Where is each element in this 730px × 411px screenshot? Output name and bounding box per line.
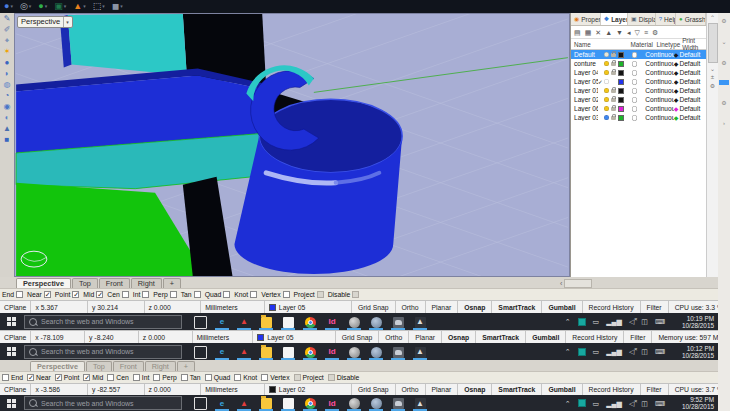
cplane-cell[interactable]: CPlane [0,331,31,343]
checkbox[interactable] [133,374,140,381]
scroll-up-icon[interactable]: ⌃ [710,14,715,21]
viewport-tab[interactable]: + [163,278,181,288]
osnap-toggle[interactable]: Point [55,374,80,381]
units-cell[interactable]: Millimeters [193,331,254,343]
taskbar-search-input[interactable]: Search the web and Windows [24,315,182,329]
gear-icon[interactable]: ⚙ [721,59,726,66]
start-button[interactable] [0,343,22,360]
osnap-toggle[interactable]: Vertex [261,374,289,381]
osnap-toggle[interactable]: Disable [328,374,360,381]
checkbox[interactable] [122,291,129,298]
half-sphere-icon[interactable]: ◗ [5,70,10,78]
checkbox[interactable] [72,291,79,298]
osnap-toggle[interactable]: Quad [205,374,231,381]
panel-scrollbar[interactable]: ⌃ ⌄ ± ⚙ [706,13,718,300]
new-layer-icon[interactable]: ▤ [574,29,581,36]
checkbox[interactable] [142,291,149,298]
polyline-tool-icon[interactable]: ✐ [4,26,11,34]
start-button[interactable] [0,395,22,411]
checkbox[interactable] [27,374,34,381]
layer-material-icon[interactable] [632,79,638,85]
layer-color-swatch[interactable] [618,97,624,103]
osnap-toggle[interactable]: Point [55,291,80,298]
osnap-toggle[interactable]: Int [133,291,150,298]
taskbar-search-input[interactable]: Search the web and Windows [24,396,182,410]
perspective-viewport[interactable]: Perspective ▾ [14,13,570,277]
layer-lock-icon[interactable] [611,71,616,75]
layer-linetype[interactable]: Continuous [645,60,673,67]
checkbox[interactable] [283,291,290,298]
osnap-toggle[interactable]: Cen [107,374,128,381]
osnap-toggle[interactable]: Knot [234,374,257,381]
cplane-cell[interactable]: CPlane [0,301,31,313]
panel-tab[interactable]: ◉ Proper... [571,13,601,25]
cone-icon[interactable]: ▲ [3,125,11,133]
layer-color-swatch[interactable] [618,115,624,121]
current-layer-cell[interactable]: Layer 02 [265,384,352,395]
checkbox[interactable] [83,374,90,381]
checkbox[interactable] [153,374,160,381]
status-toggle[interactable]: Record History [566,331,624,343]
layer-material-icon[interactable] [632,88,638,94]
layer-material-icon[interactable] [632,52,638,58]
taskbar-clock[interactable]: 10:12 PM10/28/2015 [672,345,714,359]
checkbox[interactable] [107,374,114,381]
checkbox[interactable] [181,374,188,381]
settings-icon[interactable]: ⚙ [652,29,658,36]
layer-row[interactable]: Layer 03 Continuous ◆ Default [571,113,706,122]
scroll-down-icon[interactable]: ⌄ [710,65,715,72]
checkbox[interactable] [352,291,359,298]
start-button[interactable] [0,313,22,330]
scroll-right-icon[interactable]: › [723,120,725,126]
layer-row[interactable]: Default Continuous ◆ Default [571,50,706,59]
sphere-tool-icon[interactable]: ● ▾ [4,2,13,11]
layer-color-swatch[interactable] [618,79,624,85]
status-toggle[interactable]: Filter [624,331,652,343]
layer-print-width[interactable]: ◆ Default [674,51,706,58]
layer-row[interactable]: Layer 06 Continuous ◆ Default [571,104,706,113]
layer-linetype[interactable]: Continuous [645,87,673,94]
dropdown-arrow-icon[interactable]: ▾ [102,2,105,11]
osnap-toggle[interactable]: Quad [205,291,231,298]
status-toggle[interactable]: Ortho [396,301,426,313]
layer-row[interactable]: Layer 05 ✓ Continuo... ◆ Default [571,77,706,86]
osnap-toggle[interactable]: Tan [181,374,201,381]
osnap-toggle[interactable]: Near [27,374,51,381]
box-tool-icon[interactable]: ▣ ▾ [54,2,66,11]
viewport-tab[interactable]: Top [72,278,98,288]
layer-visibility-bulb-icon[interactable] [604,97,609,102]
checkbox[interactable] [194,291,201,298]
layer-visibility-bulb-icon[interactable] [604,88,609,93]
layer-linetype[interactable]: Continuous [645,96,673,103]
gear-icon[interactable]: ⚙ [721,17,726,24]
dropdown-arrow-icon[interactable]: ▾ [29,2,32,11]
filter-icon[interactable]: ▽ [635,29,640,36]
layer-print-width[interactable]: ◆ Default [674,114,706,121]
panel-tab[interactable]: ● Grassh... [676,13,706,25]
ring-tool-icon[interactable]: ◎ ▾ [20,2,31,11]
status-toggle[interactable]: Ortho [379,331,409,343]
layer-print-width[interactable]: ◆ Default [674,105,706,112]
osnap-toggle[interactable]: End [2,374,23,381]
viewport-tab[interactable]: Top [86,361,112,371]
status-toggle[interactable]: Planar [426,384,459,395]
checkbox[interactable] [234,374,241,381]
osnap-toggle[interactable]: Tan [181,291,201,298]
collapse-icon[interactable]: ◂ [627,29,631,36]
curve-tool-icon[interactable]: ✎ [4,15,11,23]
spinner-icon[interactable]: ± [711,74,714,80]
checkbox[interactable] [44,291,51,298]
checkbox[interactable] [294,374,301,381]
checkbox[interactable] [317,291,324,298]
layer-material-icon[interactable] [632,61,638,67]
explode-tool-icon[interactable]: ✶ [4,48,11,56]
status-toggle[interactable]: Osnap [458,384,492,395]
layer-color-swatch[interactable] [618,61,624,67]
checkbox[interactable] [16,291,23,298]
checkbox[interactable] [2,374,9,381]
layer-linetype[interactable]: Continuous [645,51,673,58]
move-down-icon[interactable]: ▼ [616,29,623,36]
osnap-toggle[interactable]: Project [294,291,324,298]
status-toggle[interactable]: Osnap [458,301,492,313]
scroll-left-icon[interactable]: ‹ [560,280,562,287]
